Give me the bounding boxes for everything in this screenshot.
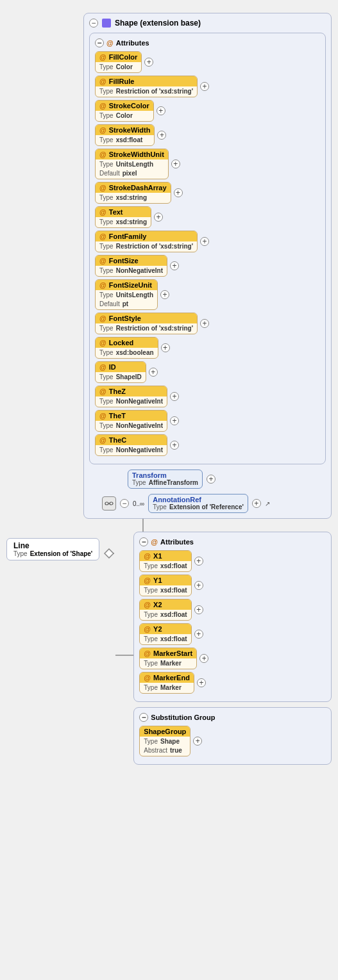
card-text: @ Text Type xsd:string bbox=[95, 206, 151, 228]
link-icon[interactable] bbox=[102, 496, 116, 510]
card-thec: @ TheC Type NonNegativeInt bbox=[95, 434, 167, 456]
card-strokewidthunit-header: @ StrokeWidthUnit bbox=[96, 149, 168, 159]
thec-name: TheC bbox=[109, 436, 127, 444]
text-body: Type xsd:string bbox=[96, 217, 151, 227]
fontstyle-plus[interactable]: + bbox=[200, 319, 209, 328]
text-plus[interactable]: + bbox=[154, 213, 163, 222]
fontsizeunit-default: Default pt bbox=[96, 300, 157, 309]
shapegroup-body: Type Shape bbox=[140, 737, 190, 747]
y1-body: Type xsd:float bbox=[140, 585, 190, 596]
thez-name: TheZ bbox=[109, 388, 126, 395]
card-strokedasharray: @ StrokeDashArray Type xsd:string bbox=[95, 182, 171, 204]
x2-body: Type xsd:float bbox=[140, 610, 190, 620]
card-fontsizeunit-header: @ FontSizeUnit bbox=[96, 280, 157, 290]
line-attr-collapse[interactable]: − bbox=[139, 537, 148, 546]
thet-name: TheT bbox=[109, 412, 126, 420]
y2-plus[interactable]: + bbox=[194, 630, 203, 639]
attr-row-y2: @ Y2 Type xsd:float + bbox=[139, 623, 326, 645]
card-markerstart: @ MarkerStart Type Marker bbox=[139, 648, 197, 669]
id-name: ID bbox=[109, 363, 116, 371]
shape-collapse-btn[interactable]: − bbox=[89, 19, 98, 28]
shape-attr-collapse[interactable]: − bbox=[95, 38, 104, 47]
attr-row-x1: @ X1 Type xsd:float + bbox=[139, 550, 326, 572]
card-markerend: @ MarkerEnd Type Marker bbox=[139, 672, 194, 694]
id-body: Type ShapeID bbox=[96, 372, 146, 382]
corner-arrow-icon: ↗ bbox=[265, 500, 270, 507]
markerend-name: MarkerEnd bbox=[153, 674, 190, 682]
line-type-label: Type bbox=[13, 550, 28, 557]
thec-plus[interactable]: + bbox=[170, 441, 179, 450]
line-type-row: Type Extension of 'Shape' bbox=[13, 550, 92, 557]
attr-row-thez: @ TheZ Type NonNegativeInt + bbox=[95, 386, 320, 407]
subst-title: − Substitution Group bbox=[139, 713, 326, 722]
attr-row-locked: @ Locked Type xsd:boolean + bbox=[95, 337, 320, 359]
card-y1-header: @ Y1 bbox=[140, 575, 190, 585]
fillrule-plus[interactable]: + bbox=[200, 82, 209, 91]
locked-name: Locked bbox=[109, 339, 134, 347]
fillcolor-body: Type Color bbox=[96, 62, 141, 72]
shapegroup-name: ShapeGroup bbox=[144, 728, 186, 735]
subst-collapse[interactable]: − bbox=[139, 713, 148, 722]
strokewidth-plus[interactable]: + bbox=[157, 131, 166, 140]
strokedasharray-plus[interactable]: + bbox=[174, 188, 183, 197]
fontsize-name: FontSize bbox=[109, 257, 139, 265]
shape-attr-label: Attributes bbox=[116, 39, 149, 47]
shape-attributes-section: − @ Attributes @ FillColor Type Color bbox=[89, 33, 326, 464]
card-strokewidth-header: @ StrokeWidth bbox=[96, 125, 154, 135]
fontstyle-name: FontStyle bbox=[109, 314, 141, 322]
card-fontfamily: @ FontFamily Type Restriction of 'xsd:st… bbox=[95, 231, 198, 252]
card-strokedasharray-header: @ StrokeDashArray bbox=[96, 183, 171, 193]
multiplicity-label: 0..∞ bbox=[133, 500, 144, 507]
attr-row-strokewidthunit: @ StrokeWidthUnit Type UnitsLength Defau… bbox=[95, 149, 320, 179]
card-thet: @ TheT Type NonNegativeInt bbox=[95, 410, 167, 432]
markerend-plus[interactable]: + bbox=[197, 678, 206, 687]
markerstart-plus[interactable]: + bbox=[199, 654, 208, 663]
strokecolor-plus[interactable]: + bbox=[156, 106, 165, 115]
card-fillrule-header: @ FillRule bbox=[96, 76, 197, 86]
thez-plus[interactable]: + bbox=[170, 392, 179, 401]
svg-marker-7 bbox=[105, 549, 114, 558]
annotation-collapse[interactable]: − bbox=[120, 499, 129, 508]
locked-body: Type xsd:boolean bbox=[96, 348, 158, 358]
strokecolor-body: Type Color bbox=[96, 111, 153, 121]
attr-row-markerstart: @ MarkerStart Type Marker + bbox=[139, 648, 326, 669]
card-locked-header: @ Locked bbox=[96, 338, 158, 348]
fontfamily-plus[interactable]: + bbox=[200, 237, 209, 246]
transform-plus[interactable]: + bbox=[207, 475, 215, 484]
attr-row-text: @ Text Type xsd:string + bbox=[95, 206, 320, 228]
chain-icon bbox=[105, 499, 114, 508]
card-thec-header: @ TheC bbox=[96, 435, 167, 445]
attr-row-markerend: @ MarkerEnd Type Marker + bbox=[139, 672, 326, 694]
fontsize-plus[interactable]: + bbox=[170, 261, 179, 270]
card-fontstyle-header: @ FontStyle bbox=[96, 313, 197, 323]
card-fontsize: @ FontSize Type NonNegativeInt bbox=[95, 255, 167, 277]
annotationref-plus[interactable]: + bbox=[252, 499, 261, 508]
thet-plus[interactable]: + bbox=[170, 416, 179, 425]
locked-plus[interactable]: + bbox=[161, 343, 170, 352]
card-strokecolor: @ StrokeColor Type Color bbox=[95, 100, 154, 122]
strokewidthunit-plus[interactable]: + bbox=[171, 159, 180, 168]
strokewidthunit-body: Type UnitsLength bbox=[96, 159, 168, 170]
markerstart-name: MarkerStart bbox=[153, 649, 192, 657]
card-id-header: @ ID bbox=[96, 362, 146, 372]
fontsizeunit-plus[interactable]: + bbox=[160, 290, 169, 299]
x2-plus[interactable]: + bbox=[194, 605, 203, 614]
fillcolor-plus[interactable]: + bbox=[144, 58, 153, 67]
card-fontsizeunit: @ FontSizeUnit Type UnitsLength Default … bbox=[95, 279, 158, 310]
attr-at-icon: @ bbox=[106, 39, 114, 47]
line-type-value: Extension of 'Shape' bbox=[30, 550, 93, 557]
markerstart-body: Type Marker bbox=[140, 658, 196, 669]
id-plus[interactable]: + bbox=[149, 368, 158, 377]
shapegroup-plus[interactable]: + bbox=[193, 737, 202, 746]
y1-plus[interactable]: + bbox=[194, 581, 203, 590]
shape-icon bbox=[102, 19, 111, 28]
shape-title-row: − Shape (extension base) bbox=[89, 19, 326, 28]
x1-plus[interactable]: + bbox=[194, 557, 203, 566]
card-thet-header: @ TheT bbox=[96, 411, 167, 421]
card-x2-header: @ X2 bbox=[140, 600, 190, 610]
annotation-card: AnnotationRef Type Extension of 'Referen… bbox=[148, 494, 248, 513]
card-strokewidth: @ StrokeWidth Type xsd:float bbox=[95, 124, 155, 146]
x1-body: Type xsd:float bbox=[140, 561, 190, 571]
strokedasharray-body: Type xsd:string bbox=[96, 193, 171, 203]
attr-row-fontsize: @ FontSize Type NonNegativeInt + bbox=[95, 255, 320, 277]
